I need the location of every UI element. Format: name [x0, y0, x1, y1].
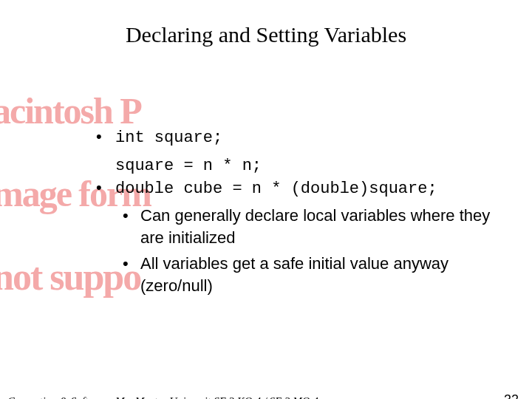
sub-bullet-2-text: All variables get a safe initial value a…	[140, 254, 449, 295]
code-line-1: int square;	[115, 129, 222, 147]
slide: Declaring and Setting Variables int squa…	[0, 22, 532, 399]
slide-footer: Computing & Software, Mc. Master Univers…	[0, 390, 532, 399]
footer-page-number: 32	[504, 392, 519, 399]
footer-center: SE 3 KO 4 / SE 3 MO 4	[214, 395, 318, 399]
footer-left: Computing & Software, Mc. Master Univers…	[7, 395, 216, 399]
code-line-2: square = n * n;	[115, 157, 262, 175]
sub-bullet-1-text: Can generally declare local variables wh…	[140, 206, 490, 247]
slide-title: Declaring and Setting Variables	[0, 22, 532, 47]
bullet-1-continuation: square = n * n;	[96, 154, 502, 177]
slide-body: int square; square = n * n; double cube …	[96, 126, 502, 301]
bullet-2: double cube = n * (double)square;	[96, 177, 502, 200]
sub-bullet-1: Can generally declare local variables wh…	[123, 205, 502, 248]
sub-bullet-2: All variables get a safe initial value a…	[123, 253, 502, 296]
sub-bullets: Can generally declare local variables wh…	[123, 205, 502, 297]
code-line-3: double cube = n * (double)square;	[115, 180, 437, 198]
bullet-1: int square;	[96, 126, 502, 149]
